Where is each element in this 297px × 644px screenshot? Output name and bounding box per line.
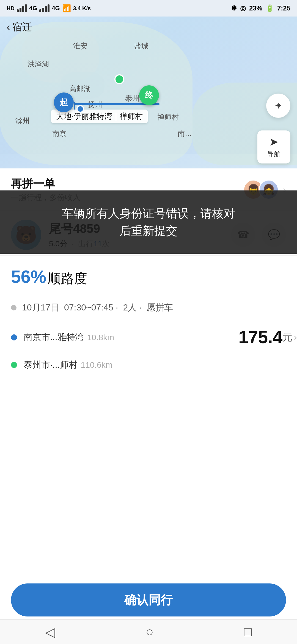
map-label-hongzehu: 洪泽湖 <box>28 59 49 69</box>
network-type: 4G <box>29 5 37 12</box>
trip-details: 10月17日 07:30~07:45 · 2人 · 愿拼车 <box>0 294 297 327</box>
trip-date: 10月17日 07:30~07:45 · 2人 · 愿拼车 <box>22 302 173 314</box>
stop-name-1: 南京市...雅特湾 <box>24 331 84 343</box>
marker-blue-dot <box>76 105 84 113</box>
battery-icon: 🔋 <box>266 4 274 12</box>
signal-bar-1 <box>17 9 19 12</box>
map-label-chanshicun: 禅师村 <box>157 112 179 122</box>
degree-number: 56% <box>11 267 46 287</box>
trip-people-val: 2人 <box>123 302 137 312</box>
confirm-button[interactable]: 确认同行 <box>11 583 286 616</box>
back-city-label: 宿迁 <box>12 20 32 34</box>
stop-row-1: 南京市...雅特湾 10.8km <box>11 327 286 348</box>
signal-bar-8 <box>48 4 50 12</box>
recent-square-icon: □ <box>244 624 252 639</box>
marker-green-midpoint <box>114 74 124 84</box>
home-circle-icon: ○ <box>145 624 153 639</box>
marker-end: 终 <box>139 85 159 105</box>
status-right: ✱ ◎ 23% 🔋 7:25 <box>231 4 290 12</box>
trip-date-row: 10月17日 07:30~07:45 · 2人 · 愿拼车 <box>11 297 286 318</box>
confirm-label: 确认同行 <box>124 592 173 608</box>
trip-time-val: 07:30~07:45 <box>64 302 113 312</box>
nav-home-button[interactable]: ○ <box>145 624 153 639</box>
wifi-icon: 📶 <box>62 4 71 13</box>
marker-start: 起 <box>54 92 74 112</box>
battery-label: 23% <box>249 4 262 12</box>
stop-name-2: 泰州市·...师村 <box>24 359 78 371</box>
toast-overlay: 车辆所有人身份证号错误，请核对后重新提交 <box>0 190 297 254</box>
signal-bar-6 <box>42 8 44 12</box>
carpool-title: 再拼一单 <box>11 176 80 191</box>
speed-label: 3.4 K/s <box>73 5 91 12</box>
network-label: HD <box>7 5 15 12</box>
stop-dist-1: 10.8km <box>87 333 114 342</box>
network-type-2: 4G <box>52 5 60 12</box>
route-degree-section: 56% 顺路度 <box>0 256 297 294</box>
map-label-huaian: 淮安 <box>73 41 87 51</box>
map-label-nan: 南… <box>178 129 192 138</box>
signal-bar-7 <box>45 6 47 12</box>
stop-dot-start <box>11 334 17 340</box>
status-left: HD 4G 4G 📶 3.4 K/s <box>7 4 91 13</box>
degree-label: 顺路度 <box>48 271 87 286</box>
back-button[interactable]: ‹ 宿迁 <box>7 20 32 34</box>
crosshair-icon: ⌖ <box>275 99 282 112</box>
back-triangle-icon: ◁ <box>45 625 55 639</box>
map-label-gaoyouhu: 高邮湖 <box>69 84 91 94</box>
signal-bar-4 <box>25 4 27 12</box>
nav-label: 导航 <box>267 150 280 159</box>
signal-bars <box>17 4 27 12</box>
status-bar: HD 4G 4G 📶 3.4 K/s ✱ ◎ 23% 🔋 7:25 <box>0 0 297 17</box>
stop-connector <box>14 348 14 354</box>
trip-date-val: 10月17日 <box>22 302 59 312</box>
price-chevron-icon: › <box>294 332 297 342</box>
map-label-yancheng: 盐城 <box>134 41 148 51</box>
route-stops: 175.4 元 › 南京市...雅特湾 10.8km 泰州市·...师村 110… <box>0 327 297 383</box>
trip-date-dot <box>11 305 16 310</box>
bluetooth-icon: ✱ <box>231 4 237 12</box>
start-label: 起 <box>60 97 68 108</box>
signal-bar-3 <box>22 6 24 12</box>
toast-message: 车辆所有人身份证号错误，请核对后重新提交 <box>16 205 280 239</box>
navigation-button[interactable]: ➤ 导航 <box>257 130 290 163</box>
stop-dot-end <box>11 362 17 368</box>
bottom-nav: ◁ ○ □ <box>0 619 297 644</box>
nav-recent-button[interactable]: □ <box>244 624 252 639</box>
map-land-1 <box>0 22 193 165</box>
map-label-taizhou: 泰州 <box>125 94 139 103</box>
stop-dist-2: 110.6km <box>81 360 112 370</box>
map-label-chuzhou: 滁州 <box>15 116 30 126</box>
location-button[interactable]: ⌖ <box>266 94 290 118</box>
nav-arrow-icon: ➤ <box>269 135 279 148</box>
back-arrow-icon: ‹ <box>7 21 10 33</box>
stop-row-2: 泰州市·...师村 110.6km <box>11 354 286 375</box>
route-desc-text: 大地·伊丽雅特湾｜禅师村 <box>56 112 143 121</box>
map-area: 淮安 盐城 洪泽湖 高邮湖 扬州 泰州 滁州 南京 禅师村 南… 大地·伊丽雅特… <box>0 0 297 176</box>
end-label: 终 <box>145 90 153 101</box>
signal-bar-5 <box>39 9 41 12</box>
signal-bars-2 <box>39 4 50 12</box>
location-icon: ◎ <box>240 4 246 12</box>
time-label: 7:25 <box>277 4 290 12</box>
map-label-nanjing: 南京 <box>52 129 67 138</box>
signal-bar-2 <box>20 8 21 12</box>
trip-carpool-val: 愿拼车 <box>147 302 173 312</box>
nav-back-button[interactable]: ◁ <box>45 624 55 640</box>
